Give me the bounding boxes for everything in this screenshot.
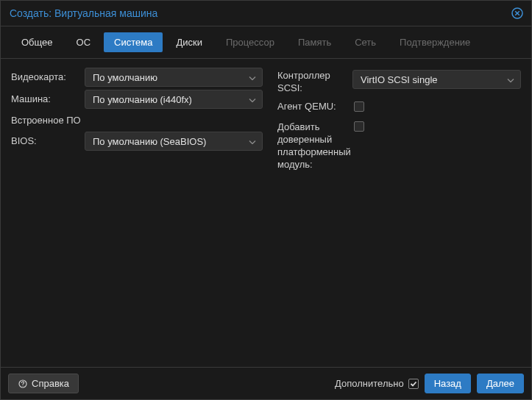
qemu-agent-checkbox[interactable]	[354, 101, 364, 112]
tab-confirm: Подтверждение	[389, 32, 480, 52]
chevron-down-icon	[249, 136, 256, 147]
bios-select[interactable]: По умолчанию (SeaBIOS)	[85, 132, 263, 151]
help-icon	[18, 379, 28, 389]
close-button[interactable]	[511, 7, 524, 20]
tpm-label: Добавить доверенный платформенный модуль…	[277, 121, 352, 171]
help-label: Справка	[32, 378, 69, 389]
machine-value: По умолчанию (i440fx)	[93, 94, 192, 105]
close-icon	[511, 7, 523, 19]
next-button[interactable]: Далее	[477, 374, 524, 393]
tab-cpu: Процессор	[216, 32, 285, 52]
tab-os[interactable]: ОС	[66, 32, 102, 52]
help-button[interactable]: Справка	[8, 374, 79, 393]
advanced-toggle[interactable]: Дополнительно	[335, 378, 419, 389]
scsi-label: Контроллер SCSI:	[277, 70, 352, 95]
firmware-heading: Встроенное ПО	[11, 110, 263, 130]
scsi-select[interactable]: VirtIO SCSI single	[352, 70, 521, 89]
chevron-down-icon	[507, 74, 514, 85]
tpm-checkbox[interactable]	[354, 121, 364, 132]
next-label: Далее	[486, 378, 514, 389]
chevron-down-icon	[249, 94, 256, 105]
tab-memory: Память	[288, 32, 341, 52]
advanced-checkbox[interactable]	[408, 379, 419, 389]
tab-strip: Общее ОС Система Диски Процессор Память …	[1, 26, 531, 59]
scsi-value: VirtIO SCSI single	[361, 74, 438, 85]
machine-select[interactable]: По умолчанию (i440fx)	[85, 90, 263, 109]
svg-point-4	[23, 385, 24, 386]
bios-value: По умолчанию (SeaBIOS)	[93, 136, 206, 147]
graphics-label: Видеокарта:	[11, 71, 85, 84]
tab-system[interactable]: Система	[104, 32, 163, 52]
chevron-down-icon	[249, 72, 256, 83]
tab-network: Сеть	[344, 32, 386, 52]
machine-label: Машина:	[11, 93, 85, 106]
back-button[interactable]: Назад	[425, 374, 471, 393]
tab-general[interactable]: Общее	[11, 32, 63, 52]
window-title: Создать: Виртуальная машина	[10, 7, 157, 19]
back-label: Назад	[434, 378, 461, 389]
graphics-select[interactable]: По умолчанию	[85, 68, 263, 87]
bios-label: BIOS:	[11, 135, 85, 148]
qemu-agent-label: Агент QEMU:	[277, 101, 352, 113]
advanced-label: Дополнительно	[335, 378, 404, 389]
tab-disks[interactable]: Диски	[166, 32, 213, 52]
graphics-value: По умолчанию	[93, 72, 157, 83]
